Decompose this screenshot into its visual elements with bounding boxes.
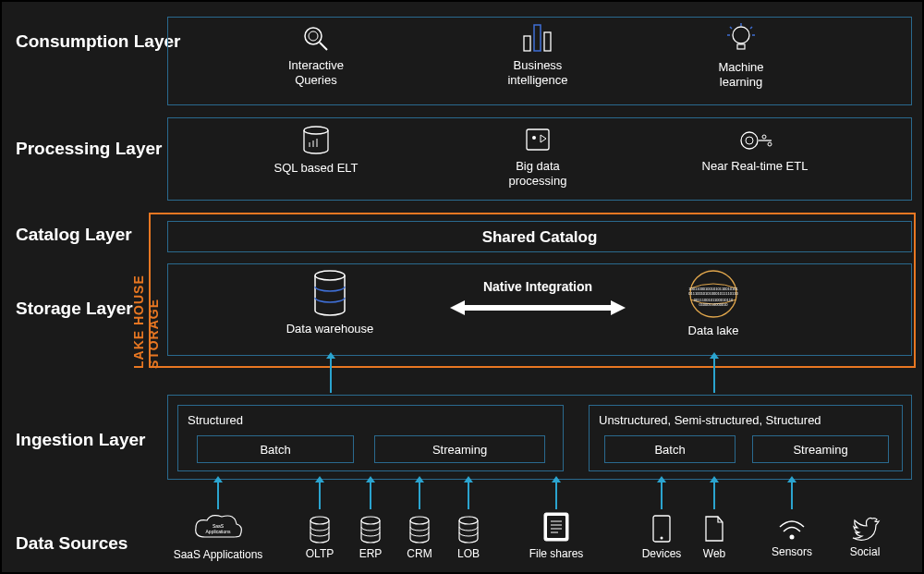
ingestion-box: Structured Batch Streaming Unstructured,…	[167, 395, 912, 480]
bigdata-icon	[523, 126, 553, 153]
svg-point-38	[459, 517, 478, 524]
svg-text:011100101010001011110110: 011100101010001011110110	[688, 291, 738, 296]
document-icon	[541, 510, 571, 543]
svg-rect-4	[534, 25, 541, 51]
bird-icon	[849, 514, 881, 542]
svg-line-2	[320, 43, 327, 50]
processing-box: SQL based ELT Big data processing Near R…	[167, 117, 912, 201]
database-small-icon	[309, 516, 331, 543]
database-icon	[302, 126, 330, 155]
catalog-box: Shared Catalog	[167, 221, 912, 252]
realtime-etl-item: Near Real-time ETL	[690, 128, 820, 174]
svg-marker-27	[611, 300, 626, 315]
machine-learning-item: Machine learning	[699, 23, 783, 89]
saas-item: SaaS Applications SaaS Applications	[176, 511, 261, 561]
arrow-erp	[370, 482, 371, 509]
svg-point-13	[304, 127, 328, 134]
devices-item: Devices	[639, 514, 684, 560]
arrow-web	[713, 482, 715, 509]
svg-point-37	[410, 517, 429, 524]
lightbulb-icon	[726, 23, 756, 55]
web-item: Web	[697, 514, 732, 560]
crm-item: CRM	[402, 516, 437, 560]
double-arrow-icon	[450, 299, 626, 316]
svg-text:Applications: Applications	[206, 529, 231, 534]
svg-point-1	[309, 31, 318, 41]
arrow-saas	[217, 482, 219, 509]
arrow-lob	[468, 482, 469, 509]
data-warehouse-item: Data warehouse	[274, 270, 385, 336]
phone-icon	[651, 514, 672, 543]
consumption-box: Interactive Queries Business intelligenc…	[167, 17, 912, 105]
svg-rect-5	[544, 32, 551, 51]
architecture-diagram: Consumption Layer Processing Layer Catal…	[2, 2, 924, 574]
svg-line-9	[730, 27, 732, 29]
arrow-crm	[419, 482, 420, 509]
database-small-icon	[408, 516, 431, 543]
svg-point-22	[762, 135, 766, 139]
sensors-item: Sensors	[769, 516, 815, 558]
svg-rect-7	[737, 44, 745, 49]
svg-point-46	[661, 537, 663, 540]
structured-streaming-box: Streaming	[374, 435, 545, 463]
svg-point-19	[741, 132, 758, 149]
svg-point-47	[790, 535, 795, 540]
cylinder-icon	[313, 270, 346, 316]
svg-rect-40	[547, 516, 565, 538]
svg-point-35	[310, 517, 329, 524]
gear-icon	[736, 128, 773, 153]
svg-marker-26	[450, 300, 465, 315]
data-lake-item: 100110001001010110010101 011100101010001…	[658, 270, 769, 338]
arrow-fileshares	[555, 482, 557, 509]
globe-icon: 100110001001010110010101 011100101010001…	[687, 270, 740, 318]
barchart-icon	[522, 23, 553, 53]
processing-layer-label: Processing Layer	[16, 139, 162, 160]
structured-batch-box: Batch	[197, 435, 354, 463]
search-icon	[302, 25, 330, 53]
arrow-sensors	[791, 482, 793, 509]
data-sources-label: Data Sources	[16, 533, 128, 555]
unstructured-streaming-box: Streaming	[752, 435, 889, 463]
unstructured-heading: Unstructured, Semi-structured, Structure…	[599, 413, 821, 427]
svg-point-23	[768, 142, 772, 146]
svg-point-36	[361, 517, 380, 524]
unstructured-box: Unstructured, Semi-structured, Structure…	[589, 405, 903, 471]
ingestion-layer-label: Ingestion Layer	[16, 430, 145, 451]
page-icon	[703, 514, 725, 543]
big-data-item: Big data processing	[492, 126, 584, 188]
business-intelligence-item: Business intelligence	[496, 23, 579, 87]
svg-text:01000110000010: 01000110000010	[699, 302, 728, 307]
svg-rect-3	[524, 36, 530, 51]
consumption-layer-label: Consumption Layer	[16, 31, 180, 53]
shared-catalog-title: Shared Catalog	[168, 228, 911, 247]
social-item: Social	[843, 514, 887, 558]
structured-box: Structured Batch Streaming	[177, 405, 564, 471]
database-small-icon	[457, 516, 480, 543]
unstructured-batch-box: Batch	[604, 435, 736, 463]
sql-elt-item: SQL based ELT	[261, 126, 371, 176]
svg-line-10	[750, 27, 752, 29]
arrow-oltp	[319, 482, 321, 509]
fileshares-item: File shares	[525, 510, 588, 560]
lob-item: LOB	[451, 516, 486, 560]
svg-point-6	[733, 27, 749, 43]
wifi-icon	[776, 516, 808, 542]
structured-heading: Structured	[188, 413, 243, 427]
arrow-ingestion-to-lake	[713, 358, 715, 393]
oltp-item: OLTP	[302, 516, 337, 560]
svg-point-20	[746, 137, 753, 144]
svg-point-24	[315, 271, 345, 280]
storage-layer-label: Storage Layer	[16, 299, 133, 320]
native-integration-label: Native Integration	[473, 279, 602, 294]
arrow-ingestion-to-warehouse	[330, 358, 332, 393]
erp-item: ERP	[353, 516, 388, 560]
database-small-icon	[359, 516, 382, 543]
lake-house-storage-sidebar: LAKE HOUSE STORAGE	[131, 210, 161, 369]
interactive-queries-item: Interactive Queries	[274, 25, 358, 87]
arrow-devices	[661, 482, 663, 509]
storage-box: Data warehouse Native Integration 100110…	[167, 263, 912, 356]
cloud-icon: SaaS Applications	[190, 511, 246, 544]
svg-point-18	[532, 136, 536, 140]
svg-point-0	[305, 28, 322, 44]
catalog-layer-label: Catalog Layer	[16, 225, 132, 246]
